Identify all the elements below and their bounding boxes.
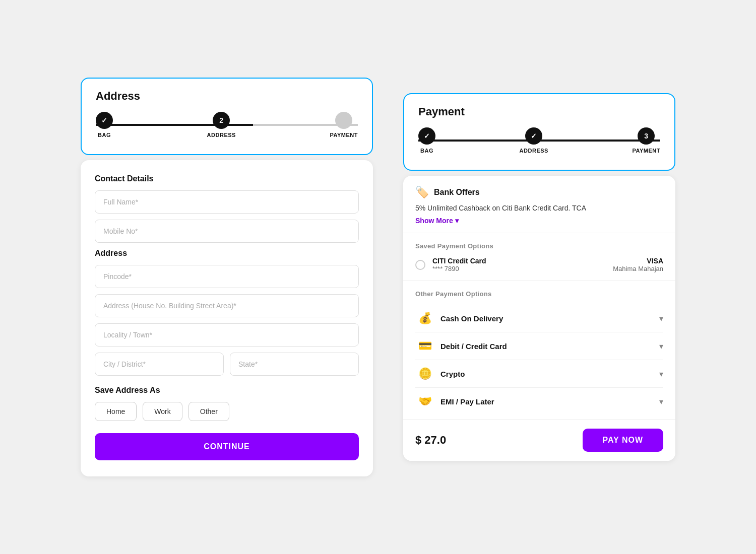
step-bag-circle: ✓	[96, 112, 113, 129]
saved-card-holder: Mahima Mahajan	[613, 265, 663, 272]
debit-credit-chevron: ▾	[659, 341, 663, 351]
crypto-chevron: ▾	[659, 369, 663, 379]
pay-step-bag-label: BAG	[420, 148, 433, 154]
cod-icon: 💰	[415, 312, 434, 325]
pay-step-payment-label: PAYMENT	[633, 148, 660, 154]
crypto-label: Crypto	[440, 370, 659, 378]
right-panel: Payment ✓ BAG ✓ ADDRESS 3 PAYMENT	[403, 93, 675, 461]
bank-offers-title: Bank Offers	[434, 188, 480, 197]
bank-offers-text: 5% Unlimited Cashback on Citi Bank Credi…	[415, 203, 663, 214]
saved-card-radio[interactable]	[415, 260, 425, 270]
bank-offers-icon: 🏷️	[415, 186, 429, 199]
other-payment-section: Other Payment Options 💰 Cash On Delivery…	[403, 281, 675, 420]
address-stepper-card: Address ✓ BAG 2 ADDRESS PAYMENT	[81, 78, 373, 155]
emi-label: EMI / Pay Later	[440, 397, 659, 406]
city-input[interactable]	[95, 353, 224, 376]
payment-stepper: ✓ BAG ✓ ADDRESS 3 PAYMENT	[418, 127, 660, 154]
contact-section-label: Contact Details	[95, 174, 359, 183]
emi-icon: 🤝	[415, 395, 434, 408]
show-more-label: Show More	[415, 217, 453, 225]
state-input[interactable]	[230, 353, 359, 376]
address-type-buttons: Home Work Other	[95, 402, 359, 421]
payment-form-card: 🏷️ Bank Offers 5% Unlimited Cashback on …	[403, 176, 675, 461]
saved-card-type-col: VISA Mahima Mahajan	[613, 257, 663, 272]
mobile-no-input[interactable]	[95, 220, 359, 243]
debit-credit-label: Debit / Credit Card	[440, 342, 659, 351]
emi-option[interactable]: 🤝 EMI / Pay Later ▾	[415, 388, 663, 415]
emi-chevron: ▾	[659, 397, 663, 406]
pay-now-bar: $ 27.0 PAY NOW	[403, 420, 675, 461]
crypto-icon: 🪙	[415, 367, 434, 380]
debit-credit-option[interactable]: 💳 Debit / Credit Card ▾	[415, 332, 663, 360]
stepper-steps: ✓ BAG 2 ADDRESS PAYMENT	[96, 112, 358, 138]
show-more-chevron: ▾	[455, 217, 459, 225]
crypto-option[interactable]: 🪙 Crypto ▾	[415, 360, 663, 388]
continue-button[interactable]: CONTINUE	[95, 433, 359, 460]
work-type-btn[interactable]: Work	[143, 402, 182, 421]
saved-card-row[interactable]: CITI Credit Card **** 7890 VISA Mahima M…	[415, 257, 663, 272]
cod-option[interactable]: 💰 Cash On Delivery ▾	[415, 305, 663, 332]
saved-payment-label: Saved Payment Options	[415, 242, 663, 250]
cod-chevron: ▾	[659, 314, 663, 323]
pay-step-payment: 3 PAYMENT	[633, 127, 660, 154]
step-bag-label: BAG	[98, 132, 111, 138]
pay-step-address-circle: ✓	[525, 127, 542, 145]
show-more-link[interactable]: Show More ▾	[415, 217, 663, 225]
full-name-input[interactable]	[95, 190, 359, 214]
step-address-circle: 2	[213, 112, 230, 129]
pincode-input[interactable]	[95, 265, 359, 288]
payment-card-title: Payment	[418, 105, 660, 118]
saved-card-info: CITI Credit Card **** 7890	[432, 257, 606, 272]
locality-input[interactable]	[95, 323, 359, 347]
pay-step-address: ✓ ADDRESS	[520, 127, 548, 154]
step-address-label: ADDRESS	[207, 132, 236, 138]
address-section-label: Address	[95, 249, 359, 258]
address-stepper: ✓ BAG 2 ADDRESS PAYMENT	[96, 112, 358, 138]
pay-step-bag: ✓ BAG	[418, 127, 435, 154]
step-bag: ✓ BAG	[96, 112, 113, 138]
address-card-title: Address	[96, 90, 358, 103]
payment-stepper-card: Payment ✓ BAG ✓ ADDRESS 3 PAYMENT	[403, 93, 675, 171]
pay-now-button[interactable]: PAY NOW	[583, 429, 664, 452]
left-panel: Address ✓ BAG 2 ADDRESS PAYMENT	[81, 78, 373, 476]
saved-card-number: **** 7890	[432, 265, 606, 272]
step-address: 2 ADDRESS	[207, 112, 236, 138]
step-payment-circle	[335, 112, 352, 129]
address-form-card: Contact Details Address Save Address As …	[81, 160, 373, 476]
step-payment: PAYMENT	[330, 112, 358, 138]
city-state-row	[95, 353, 359, 382]
pay-step-bag-circle: ✓	[418, 127, 435, 145]
bank-offers-section: 🏷️ Bank Offers 5% Unlimited Cashback on …	[403, 176, 675, 233]
pay-step-address-label: ADDRESS	[520, 148, 548, 154]
other-payment-label: Other Payment Options	[415, 290, 663, 298]
debit-credit-icon: 💳	[415, 339, 434, 353]
step-payment-label: PAYMENT	[330, 132, 358, 138]
pay-step-payment-circle: 3	[638, 127, 655, 145]
other-type-btn[interactable]: Other	[188, 402, 229, 421]
address-line-input[interactable]	[95, 294, 359, 317]
home-type-btn[interactable]: Home	[95, 402, 137, 421]
payment-stepper-steps: ✓ BAG ✓ ADDRESS 3 PAYMENT	[418, 127, 660, 154]
total-price: $ 27.0	[415, 434, 446, 447]
cod-label: Cash On Delivery	[440, 314, 659, 323]
saved-card-type: VISA	[613, 257, 663, 265]
save-as-label: Save Address As	[95, 386, 359, 395]
saved-payment-section: Saved Payment Options CITI Credit Card *…	[403, 233, 675, 281]
bank-offers-header: 🏷️ Bank Offers	[415, 186, 663, 199]
saved-card-name: CITI Credit Card	[432, 257, 606, 265]
